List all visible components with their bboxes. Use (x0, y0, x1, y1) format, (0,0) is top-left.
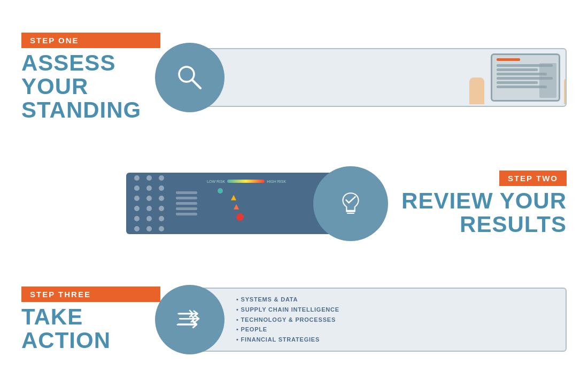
risk-low-label: LOW RISK (207, 180, 225, 183)
dot-grid (134, 175, 166, 231)
step-one-text: STEP ONE ASSESS YOUR STANDING (21, 33, 160, 122)
tablet-illustration (491, 49, 560, 106)
step-two-row: LOW RISK HIGH RISK (21, 166, 567, 241)
main-container: STEP ONE ASSESS YOUR STANDING (0, 0, 588, 387)
bullet-people: PEOPLE (236, 324, 339, 335)
lightbulb-check-icon (335, 188, 367, 220)
step-three-title: TAKE ACTION (21, 305, 160, 352)
step-one-title-line2: STANDING (21, 98, 160, 122)
tablet (491, 53, 560, 102)
step-two-badge: STEP TWO (499, 171, 567, 186)
step-one-badge: STEP ONE (21, 33, 160, 48)
risk-bar (227, 180, 265, 183)
step-one-title: ASSESS YOUR STANDING (21, 51, 160, 122)
step-one-circle (155, 43, 225, 112)
bullet-financial: FINANCIAL STRATEGIES (236, 335, 339, 345)
step-two-circle (313, 166, 388, 241)
step-one-title-line1: ASSESS YOUR (21, 51, 160, 98)
step-two-title-line1: REVIEW YOUR (401, 189, 567, 213)
bullet-supply-chain: SUPPLY CHAIN INTELLIGENCE (236, 305, 339, 315)
step-two-title-line2: RESULTS (401, 213, 567, 236)
step-three-badge: STEP THREE (21, 287, 160, 302)
step-three-illustration-box: SYSTEMS & DATA SUPPLY CHAIN INTELLIGENCE… (190, 288, 567, 352)
arrows-icon (174, 304, 206, 336)
step-three-title-line1: TAKE ACTION (21, 305, 160, 352)
svg-line-1 (192, 80, 200, 88)
bullet-technology: TECHNOLOGY & PROCESSES (236, 315, 339, 325)
step-one-illustration-box (190, 48, 567, 107)
magnify-icon (174, 61, 206, 94)
step-three-circle (155, 285, 225, 354)
step-three-text: STEP THREE TAKE ACTION (21, 287, 160, 352)
risk-high-label: HIGH RISK (267, 180, 286, 183)
step-three-row: STEP THREE TAKE ACTION (21, 285, 567, 354)
step-one-row: STEP ONE ASSESS YOUR STANDING (21, 33, 567, 122)
bullet-systems: SYSTEMS & DATA (236, 295, 339, 305)
step-two-text: STEP TWO REVIEW YOUR RESULTS (401, 171, 567, 236)
action-bullet-list: SYSTEMS & DATA SUPPLY CHAIN INTELLIGENCE… (236, 295, 339, 344)
step-two-title: REVIEW YOUR RESULTS (401, 189, 567, 236)
